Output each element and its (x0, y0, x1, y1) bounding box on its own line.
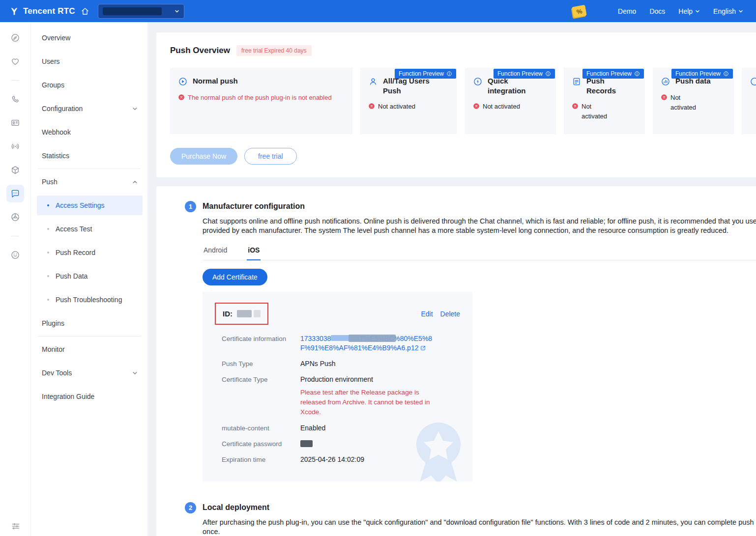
field-value: APNs Push (300, 359, 336, 368)
certificate-type-row: Certificate Type Production environment … (222, 375, 460, 417)
nav-language[interactable]: English (713, 7, 743, 15)
sidebar-item-access-settings[interactable]: Access Settings (37, 196, 143, 215)
home-icon[interactable] (81, 7, 89, 16)
sidebar-item-label: Dev Tools (42, 369, 72, 377)
tile-quick-integration: Function Preview Quick integration Not a… (465, 68, 556, 134)
expiration-time-row: Expiration time 2025-04-26 14:02:09 (222, 455, 460, 464)
mutable-content-row: mutable-content Enabled (222, 423, 460, 433)
nav-demo[interactable]: Demo (618, 7, 636, 15)
sidebar-item-monitor[interactable]: Monitor (31, 338, 147, 361)
tile-status-text: Not activated (582, 102, 618, 121)
tile-partial (742, 68, 756, 134)
redacted-password (300, 440, 313, 447)
tile-push-data: Function Preview Push data Not activated (653, 68, 734, 134)
nav-help-label: Help (678, 7, 693, 15)
bullet-dot (47, 299, 49, 301)
tab-android[interactable]: Android (203, 246, 228, 260)
chevron-up-icon (132, 179, 138, 185)
push-overview-card: Push Overview free trial Expired 40 days… (156, 32, 756, 177)
broadcast-icon[interactable] (6, 138, 24, 155)
tile-title: Normal push (193, 76, 238, 86)
collapse-settings-icon[interactable] (0, 521, 31, 531)
bullet-dot (47, 275, 49, 277)
tencent-rtc-logo-icon (9, 6, 20, 17)
chevron-down-icon (132, 106, 138, 112)
tab-ios[interactable]: iOS (247, 246, 261, 260)
field-label: Push Type (222, 359, 300, 368)
phone-icon[interactable] (6, 90, 24, 108)
function-preview-badge: Function Preview (582, 69, 644, 79)
sidebar-item-push-troubleshooting[interactable]: Push Troubleshooting (37, 288, 143, 311)
sidebar-item-push-record[interactable]: Push Record (37, 241, 143, 264)
step-2-badge: 2 (185, 502, 196, 513)
bolt-circle-icon (473, 77, 483, 86)
page-title: Push Overview (170, 46, 230, 56)
sidebar-item-dev-tools[interactable]: Dev Tools (31, 361, 147, 385)
sidebar-subitem-label: Push Record (56, 249, 95, 256)
sidebar-item-webhook[interactable]: Webhook (31, 120, 147, 144)
chevron-down-icon (174, 9, 179, 14)
sidebar-item-overview[interactable]: Overview (31, 26, 147, 50)
certificate-password-row: Certificate password (222, 439, 460, 449)
sidebar-item-users[interactable]: Users (31, 50, 147, 73)
sidebar-item-push[interactable]: Push (31, 170, 147, 194)
id-card-icon[interactable] (6, 114, 24, 132)
nav-docs[interactable]: Docs (649, 7, 665, 15)
sidebar-subitem-label: Access Test (56, 225, 92, 233)
description-line: After purchasing the push plug-in, you c… (203, 518, 756, 527)
cube-icon[interactable] (6, 161, 24, 179)
topbar: Tencent RTC % Demo Docs Help English (0, 0, 756, 22)
sidebar-item-groups[interactable]: Groups (31, 73, 147, 97)
field-label: Certificate password (222, 439, 300, 449)
description-line: Chat supports online and offline push no… (203, 217, 756, 226)
function-preview-label: Function Preview (586, 70, 632, 77)
compass-icon[interactable] (6, 29, 24, 47)
field-label: mutable-content (222, 423, 300, 433)
sidebar-item-integration-guide[interactable]: Integration Guide (31, 385, 147, 408)
function-preview-badge: Function Preview (494, 69, 555, 79)
external-link-icon[interactable] (420, 345, 426, 351)
sidebar-item-label: Configuration (42, 105, 83, 113)
sidebar-item-statistics[interactable]: Statistics (31, 144, 147, 168)
product-icon-rail (0, 22, 31, 536)
sidebar-item-access-test[interactable]: Access Test (37, 217, 143, 241)
tile-title: Push Records (586, 76, 629, 95)
tile-all-tag-users-push: Function Preview All/Tag Users Push Not … (360, 68, 457, 134)
delete-link[interactable]: Delete (440, 310, 460, 318)
tile-status-text: Not activated (378, 102, 415, 112)
certificate-file-name: 17333038 (300, 335, 331, 342)
app-selector-dropdown[interactable] (98, 4, 184, 19)
redacted-certificate-id (254, 310, 261, 317)
purchase-now-button[interactable]: Purchase Now (170, 148, 237, 165)
smiley-icon[interactable] (6, 246, 24, 264)
add-certificate-button[interactable]: Add Certificate (203, 269, 267, 285)
redacted-overlay (349, 335, 396, 342)
chat-product-icon[interactable] (6, 185, 24, 202)
info-icon (446, 71, 452, 77)
sidebar-subitem-label: Access Settings (56, 201, 105, 209)
chevron-down-icon (695, 9, 700, 14)
nav-help[interactable]: Help (678, 7, 700, 15)
edit-link[interactable]: Edit (421, 310, 433, 318)
promo-coupon-icon[interactable]: % (572, 4, 586, 17)
function-preview-badge: Function Preview (395, 69, 456, 79)
redacted-app-name (103, 7, 162, 15)
description-line: provided by each manufacturer. The syste… (203, 226, 756, 235)
sidebar-item-label: Statistics (42, 152, 69, 160)
sidebar-item-configuration[interactable]: Configuration (31, 97, 147, 120)
field-label: Certificate Type (222, 375, 300, 417)
free-trial-button[interactable]: free trial (244, 148, 297, 165)
field-value: Production environment (300, 375, 373, 383)
steering-wheel-icon[interactable] (6, 208, 24, 226)
heart-icon[interactable] (6, 53, 24, 70)
chevron-down-icon (132, 370, 138, 376)
sidebar-item-label: Webhook (42, 128, 71, 136)
certificate-file-link[interactable]: 17333038T%E5%BC%80%E5%8F%91%E8%AF%81%E4%… (300, 334, 436, 353)
sidebar-item-plugins[interactable]: Plugins (31, 311, 147, 335)
nav-language-label: English (713, 7, 736, 15)
info-icon (545, 71, 551, 77)
description-line: once. (203, 527, 756, 536)
step-1-badge: 1 (185, 201, 196, 212)
tile-status-text: Not activated (483, 102, 520, 112)
sidebar-item-push-data[interactable]: Push Data (37, 264, 143, 288)
